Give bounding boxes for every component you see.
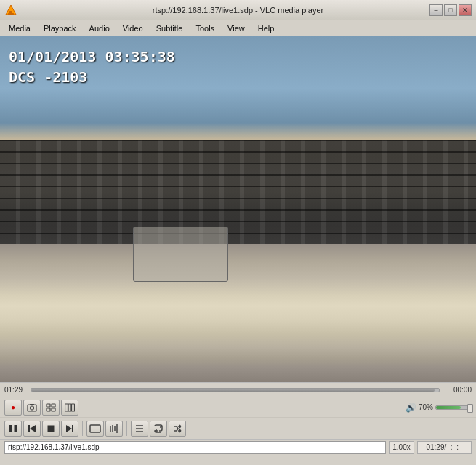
aspect-icon: [89, 424, 101, 434]
menu-item-audio[interactable]: Audio: [84, 23, 116, 34]
play-pause-button[interactable]: [4, 421, 22, 437]
volume-area: 🔊 70%: [406, 403, 472, 413]
menu-item-playback[interactable]: Playback: [38, 23, 82, 34]
menu-item-view[interactable]: View: [222, 23, 251, 34]
next-button[interactable]: [61, 421, 78, 437]
equalizer-icon: [109, 424, 119, 434]
menu-item-tools[interactable]: Tools: [190, 23, 220, 34]
svg-rect-6: [47, 404, 50, 407]
vlc-logo-icon: [4, 4, 17, 17]
svg-rect-11: [68, 404, 71, 411]
time-remaining: 00:00: [443, 386, 472, 394]
seekbar-fill: [31, 389, 435, 392]
svg-rect-15: [28, 425, 30, 432]
svg-rect-8: [47, 408, 50, 411]
window-controls: – □ ✕: [429, 4, 472, 16]
stop-icon: [46, 424, 56, 434]
loop-button[interactable]: [150, 421, 167, 437]
menu-item-help[interactable]: Help: [252, 23, 281, 34]
svg-rect-9: [52, 408, 55, 411]
menu-item-media[interactable]: Media: [3, 23, 36, 34]
controls-row1: ● 🔊 70%: [0, 397, 476, 417]
url-input[interactable]: [4, 441, 386, 454]
volume-percent: 70%: [419, 403, 433, 411]
equalizer-button[interactable]: [105, 421, 123, 437]
svg-rect-17: [48, 425, 55, 432]
playlist-icon: [134, 424, 145, 434]
menu-bar: Media Playback Audio Video Subtitle Tool…: [0, 20, 476, 36]
volume-icon: 🔊: [406, 403, 416, 413]
svg-rect-10: [65, 404, 68, 411]
separator1: [82, 421, 83, 436]
volume-slider[interactable]: [435, 405, 472, 410]
seekbar-track[interactable]: [31, 388, 440, 392]
volume-slider-fill: [436, 406, 461, 409]
frames-icon: [65, 403, 75, 412]
keyboard-overlay2: [0, 140, 476, 244]
previous-icon: [27, 424, 37, 434]
snapshot-icon: [27, 403, 37, 412]
title-left: [4, 4, 17, 17]
title-bar: rtsp://192.168.1.37/live1.sdp - VLC medi…: [0, 0, 476, 20]
svg-rect-7: [52, 404, 55, 407]
video-area: 01/01/2013 03:35:38 DCS -2103: [0, 36, 476, 382]
trackpad-overlay: [133, 227, 228, 282]
window-title: rtsp://192.168.1.37/live1.sdp - VLC medi…: [153, 6, 323, 15]
stop-button[interactable]: [42, 421, 60, 437]
video-background: [0, 36, 476, 382]
extended-controls-button[interactable]: [42, 400, 60, 416]
frame-by-frame-button[interactable]: [61, 400, 78, 416]
playback-speed: 1.00x: [389, 441, 414, 454]
svg-rect-20: [90, 425, 100, 432]
osd-channel-text: DCS -2103: [9, 67, 175, 87]
svg-rect-13: [9, 425, 12, 432]
status-bar: 1.00x 01:29/–:–:–: [0, 439, 476, 455]
osd-datetime-text: 01/01/2013 03:35:38: [9, 46, 175, 67]
svg-rect-3: [28, 405, 36, 411]
close-button[interactable]: ✕: [459, 4, 472, 16]
loop-icon: [153, 424, 164, 434]
controls-row2: [0, 417, 476, 439]
svg-rect-14: [15, 425, 17, 432]
seekbar-area: 01:29 00:00: [0, 382, 476, 397]
svg-rect-5: [30, 404, 34, 405]
maximize-button[interactable]: □: [444, 4, 457, 16]
pause-icon: [8, 424, 18, 434]
record-button[interactable]: ●: [4, 400, 22, 416]
previous-button[interactable]: [23, 421, 41, 437]
snapshot-button[interactable]: [23, 400, 41, 416]
menu-item-video[interactable]: Video: [117, 23, 149, 34]
svg-point-4: [31, 406, 34, 410]
next-icon: [65, 424, 75, 434]
separator2: [126, 421, 127, 436]
svg-rect-12: [72, 404, 75, 411]
shuffle-button[interactable]: [169, 421, 186, 437]
minimize-button[interactable]: –: [429, 4, 443, 16]
svg-marker-16: [30, 425, 36, 432]
controls-icon: [46, 403, 56, 412]
time-elapsed: 01:29: [4, 386, 28, 394]
menu-item-subtitle[interactable]: Subtitle: [150, 23, 189, 34]
aspect-ratio-button[interactable]: [86, 421, 104, 437]
shuffle-icon: [172, 424, 182, 434]
time-code-display: 01:29/–:–:–: [417, 441, 472, 454]
volume-knob[interactable]: [467, 404, 473, 413]
svg-rect-2: [8, 13, 14, 15]
playlist-button[interactable]: [131, 421, 148, 437]
osd-overlay: 01/01/2013 03:35:38 DCS -2103: [9, 46, 175, 87]
svg-rect-18: [72, 425, 73, 432]
svg-marker-19: [66, 425, 72, 432]
